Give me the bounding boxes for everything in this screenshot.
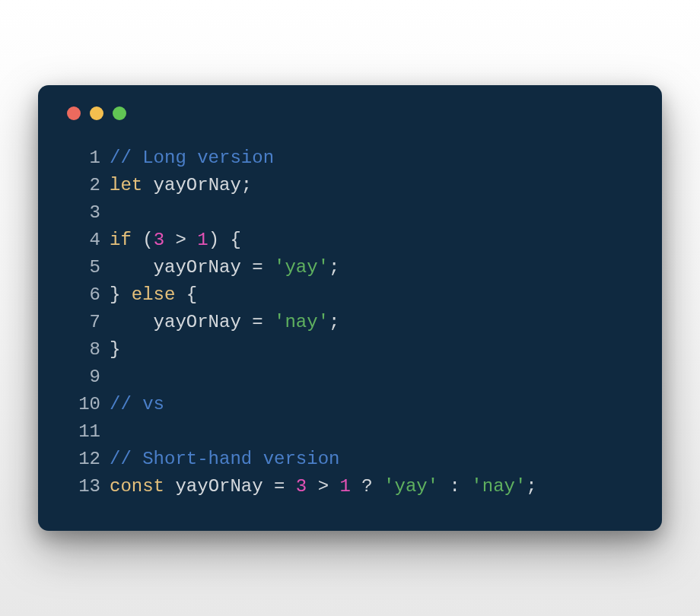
- code-content: 1// Long version2let yayOrNay;3 4if (3 >…: [64, 144, 636, 500]
- code-token: >: [307, 476, 339, 497]
- line-content: // Long version: [110, 144, 636, 172]
- code-token: >: [164, 230, 197, 250]
- line-number: 5: [64, 254, 100, 281]
- code-token: 3: [154, 230, 164, 250]
- line-number: 6: [64, 281, 100, 309]
- code-line: 1// Long version: [64, 144, 636, 172]
- code-token: }: [110, 339, 120, 360]
- code-token: =: [252, 257, 262, 278]
- line-content: // vs: [110, 391, 636, 418]
- code-token: 'nay': [274, 312, 329, 332]
- line-number: 3: [64, 199, 100, 227]
- code-line: 12// Short-hand version: [64, 446, 636, 473]
- code-token: [263, 257, 274, 278]
- code-token: // Long version: [110, 148, 274, 168]
- code-token: 1: [339, 476, 350, 497]
- code-token: =: [252, 312, 262, 332]
- code-token: yayOrNay: [110, 257, 252, 278]
- code-line: 11: [64, 418, 636, 446]
- code-line: 13const yayOrNay = 3 > 1 ? 'yay' : 'nay'…: [64, 473, 636, 500]
- code-line: 9: [64, 364, 636, 391]
- line-content: const yayOrNay = 3 > 1 ? 'yay' : 'nay';: [110, 473, 636, 500]
- code-token: :: [438, 476, 471, 497]
- line-content: // Short-hand version: [110, 446, 636, 473]
- code-editor-window: 1// Long version2let yayOrNay;3 4if (3 >…: [38, 85, 662, 531]
- code-line: 3: [64, 199, 636, 227]
- code-token: (: [132, 230, 154, 250]
- line-number: 9: [64, 364, 100, 391]
- line-content: if (3 > 1) {: [110, 227, 636, 254]
- line-content: let yayOrNay;: [110, 172, 636, 199]
- line-content: yayOrNay = 'nay';: [110, 309, 636, 336]
- line-content: [110, 364, 636, 391]
- code-line: 6} else {: [64, 281, 636, 309]
- line-content: } else {: [110, 281, 636, 309]
- code-token: else: [132, 284, 176, 305]
- code-token: ) {: [208, 230, 241, 250]
- code-token: yayOrNay: [164, 476, 274, 497]
- window-controls: [67, 106, 636, 120]
- line-content: [110, 199, 636, 227]
- line-content: yayOrNay = 'yay';: [110, 254, 636, 281]
- code-token: ?: [351, 476, 383, 497]
- code-token: =: [274, 476, 285, 497]
- code-token: const: [110, 476, 164, 497]
- line-number: 1: [64, 144, 100, 172]
- code-token: 'yay': [274, 257, 329, 278]
- maximize-icon[interactable]: [113, 106, 126, 120]
- code-token: {: [175, 284, 197, 305]
- close-icon[interactable]: [67, 106, 81, 120]
- code-token: // vs: [110, 394, 164, 414]
- line-number: 13: [64, 473, 100, 500]
- code-token: }: [110, 284, 132, 305]
- code-token: 3: [296, 476, 307, 497]
- code-token: ;: [329, 312, 339, 332]
- line-number: 10: [64, 391, 100, 418]
- minimize-icon[interactable]: [90, 106, 103, 120]
- line-number: 8: [64, 336, 100, 364]
- line-content: [110, 418, 636, 446]
- code-token: [285, 476, 295, 497]
- code-token: 'yay': [383, 476, 438, 497]
- code-token: ;: [526, 476, 536, 497]
- code-token: yayOrNay: [110, 312, 252, 332]
- line-number: 11: [64, 418, 100, 446]
- line-number: 2: [64, 172, 100, 199]
- code-token: yayOrNay: [142, 175, 241, 195]
- code-token: ;: [241, 175, 252, 195]
- line-number: 7: [64, 309, 100, 336]
- code-line: 8}: [64, 336, 636, 364]
- code-line: 2let yayOrNay;: [64, 172, 636, 199]
- line-number: 4: [64, 227, 100, 254]
- code-token: // Short-hand version: [110, 449, 339, 469]
- code-line: 7 yayOrNay = 'nay';: [64, 309, 636, 336]
- line-number: 12: [64, 446, 100, 473]
- code-token: if: [110, 230, 132, 250]
- line-content: }: [110, 336, 636, 364]
- code-token: let: [110, 175, 142, 195]
- code-line: 5 yayOrNay = 'yay';: [64, 254, 636, 281]
- code-line: 4if (3 > 1) {: [64, 227, 636, 254]
- code-token: ;: [329, 257, 339, 278]
- code-token: 'nay': [471, 476, 526, 497]
- code-token: 1: [197, 230, 208, 250]
- code-token: [263, 312, 274, 332]
- code-line: 10// vs: [64, 391, 636, 418]
